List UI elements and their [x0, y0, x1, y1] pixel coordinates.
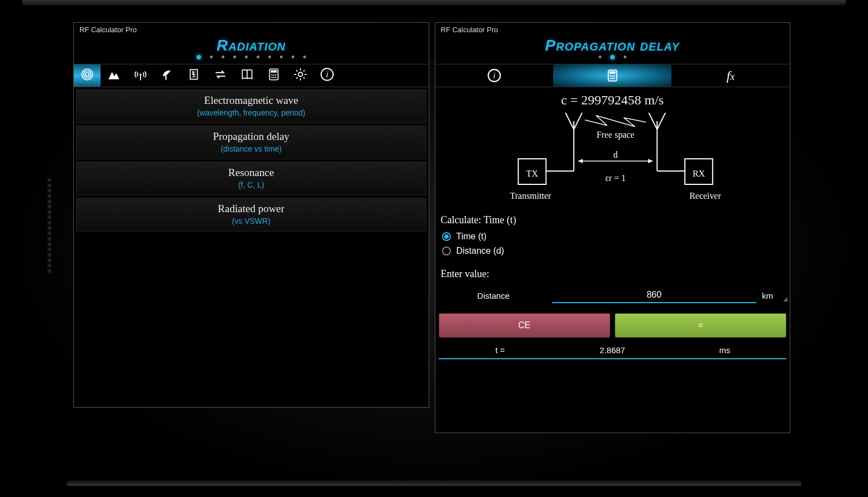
list-item-subtitle: (f, C, L) — [77, 180, 426, 189]
list-item-title: Propagation delay — [77, 130, 426, 143]
device-frame: RF Calculator Pro Radiation i Electromag… — [0, 0, 868, 497]
section-title-radiation: Radiation — [74, 37, 429, 54]
svg-point-11 — [272, 74, 273, 76]
radio-distance-label: Distance (d) — [456, 246, 504, 256]
panel-propagation-delay: RF Calculator Pro Propagation delay i fx… — [435, 22, 791, 433]
svg-line-30 — [565, 113, 574, 129]
svg-point-0 — [86, 73, 89, 77]
svg-point-14 — [272, 77, 273, 78]
result-row: t = 2.8687 ms — [439, 342, 787, 359]
svg-point-24 — [610, 76, 611, 77]
tab-terrain[interactable] — [101, 64, 127, 87]
tab-formula[interactable]: fx — [671, 64, 790, 87]
tab-antenna[interactable] — [127, 64, 154, 87]
dot-indicator — [197, 55, 201, 59]
svg-point-16 — [275, 77, 276, 78]
svg-point-12 — [273, 74, 274, 76]
svg-text:i: i — [493, 71, 495, 80]
tab-info[interactable]: i — [435, 64, 554, 87]
svg-rect-10 — [271, 70, 277, 72]
list-item-subtitle: (wavelength, frequency, period) — [77, 108, 426, 117]
receiver-label: Receiver — [689, 191, 721, 200]
equals-button[interactable]: = — [615, 313, 786, 338]
panel-radiation: RF Calculator Pro Radiation i Electromag… — [73, 22, 429, 408]
tab-calculator[interactable] — [553, 64, 671, 87]
device-top-edge — [22, 0, 846, 6]
list-item[interactable]: Electromagnetic wave(wavelength, frequen… — [76, 89, 427, 123]
calculator-icon — [605, 68, 620, 83]
info-icon: i — [320, 67, 334, 84]
button-row: CE = — [435, 305, 790, 342]
rx-label: RX — [693, 169, 705, 178]
settings-icon — [293, 67, 308, 84]
radiation-icon — [80, 67, 94, 84]
d-label: d — [613, 150, 618, 159]
svg-point-29 — [614, 78, 615, 79]
tab-calculator[interactable] — [260, 64, 287, 87]
tab-book[interactable] — [234, 64, 260, 87]
tab-settings[interactable] — [287, 64, 314, 87]
speed-of-light-constant: c = 299792458 m/s — [435, 87, 790, 110]
app-title-left: RF Calculator Pro — [74, 23, 429, 37]
fx-icon: fx — [726, 68, 735, 83]
tab-dish[interactable] — [154, 64, 180, 87]
svg-text:i: i — [326, 69, 328, 79]
tabbar-left: i — [74, 64, 429, 87]
speaker-grill — [46, 178, 53, 273]
info-icon: i — [487, 68, 501, 83]
radiation-list: Electromagnetic wave(wavelength, frequen… — [74, 87, 429, 234]
list-item-title: Radiated power — [77, 203, 426, 215]
list-item[interactable]: Resonance(f, C, L) — [76, 162, 427, 195]
dish-icon — [160, 67, 174, 84]
dot-indicator — [268, 56, 271, 58]
dot-indicator — [303, 56, 306, 58]
svg-point-28 — [611, 78, 613, 79]
terrain-icon — [107, 67, 121, 84]
convert-icon — [213, 67, 228, 84]
tab-radiation[interactable] — [74, 64, 101, 87]
dot-indicator — [280, 56, 283, 58]
dot-indicator — [245, 56, 248, 58]
svg-marker-37 — [578, 159, 583, 163]
distance-input-row: Distance km — [435, 284, 790, 305]
page-indicator-right — [435, 54, 790, 64]
svg-point-27 — [610, 78, 611, 79]
antenna-icon — [133, 67, 148, 84]
dot-indicator — [292, 56, 294, 58]
clear-button[interactable]: CE — [439, 313, 610, 338]
section-title-propagation: Propagation delay — [435, 37, 790, 54]
dot-indicator — [222, 56, 224, 58]
svg-point-25 — [611, 76, 613, 77]
tab-power[interactable] — [180, 64, 207, 87]
enter-value-label: Enter value: — [435, 258, 790, 284]
svg-point-17 — [298, 72, 303, 77]
result-label: t = — [444, 345, 556, 355]
svg-line-31 — [574, 113, 582, 129]
list-item-title: Resonance — [77, 167, 426, 179]
radio-dot-icon — [442, 232, 451, 241]
app-title-right: RF Calculator Pro — [435, 23, 790, 37]
distance-unit-selector[interactable]: km — [762, 291, 784, 300]
list-item[interactable]: Radiated power(vs VSWR) — [76, 198, 427, 232]
svg-rect-23 — [609, 71, 615, 73]
distance-input[interactable] — [552, 288, 757, 303]
tab-info[interactable]: i — [314, 64, 340, 87]
distance-input-label: Distance — [441, 291, 546, 300]
dot-indicator — [624, 56, 626, 58]
calculate-label: Calculate: Time (t) — [435, 210, 790, 229]
dot-indicator — [210, 56, 213, 58]
power-icon — [187, 67, 201, 84]
er-label: εr = 1 — [605, 173, 625, 183]
list-item[interactable]: Propagation delay(distance vs time) — [76, 125, 427, 159]
svg-point-1 — [84, 71, 91, 78]
transmitter-label: Transmitter — [510, 191, 551, 200]
dot-indicator — [599, 56, 601, 58]
svg-marker-38 — [648, 159, 653, 163]
panels-container: RF Calculator Pro Radiation i Electromag… — [73, 22, 790, 464]
tab-convert[interactable] — [207, 64, 234, 87]
book-icon — [240, 67, 254, 84]
radio-distance[interactable]: Distance (d) — [435, 244, 790, 258]
list-item-title: Electromagnetic wave — [77, 94, 426, 107]
radio-time[interactable]: Time (t) — [435, 229, 790, 244]
dot-indicator — [233, 56, 236, 58]
